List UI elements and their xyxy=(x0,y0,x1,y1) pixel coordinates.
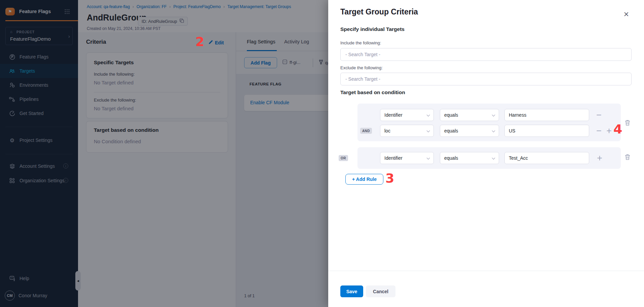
operator-select[interactable]: equals xyxy=(440,152,499,164)
condition-value-input[interactable] xyxy=(504,125,589,137)
specify-targets-heading: Specify individual Targets xyxy=(340,26,405,32)
add-condition-button[interactable]: + xyxy=(596,154,604,162)
drawer-footer-divider xyxy=(328,271,644,271)
save-button[interactable]: Save xyxy=(340,285,363,297)
drawer-title: Target Group Criteria xyxy=(340,7,418,16)
chevron-down-icon xyxy=(427,113,430,117)
annotation-step-2: 2 xyxy=(195,34,204,49)
cancel-button[interactable]: Cancel xyxy=(366,285,395,297)
condition-heading: Target based on condition xyxy=(340,89,405,95)
delete-rule-button[interactable] xyxy=(624,153,631,161)
condition-value-input[interactable] xyxy=(504,109,589,121)
chevron-down-icon xyxy=(427,156,430,160)
close-icon[interactable]: × xyxy=(623,11,629,18)
condition-row: Identifier equals + xyxy=(357,152,621,164)
exclude-target-search-input[interactable] xyxy=(340,73,632,85)
target-group-criteria-drawer: × Target Group Criteria Specify individu… xyxy=(328,0,644,307)
condition-row: Identifier equals − xyxy=(357,109,621,121)
attribute-select-value: loc xyxy=(384,128,390,133)
operator-select[interactable]: equals xyxy=(440,109,499,121)
include-target-search-input[interactable] xyxy=(340,48,632,61)
operator-select-value: equals xyxy=(444,112,458,118)
condition-value-input[interactable] xyxy=(504,152,589,164)
attribute-select[interactable]: Identifier xyxy=(380,109,434,121)
operator-select[interactable]: equals xyxy=(440,125,499,137)
app-window: ⚑ Feature Flags ⌂ PROJECT FeatureFlagDem… xyxy=(0,0,644,307)
condition-row: loc equals − + xyxy=(357,125,621,137)
attribute-select[interactable]: Identifier xyxy=(380,152,434,164)
chevron-down-icon xyxy=(492,156,495,160)
add-condition-button[interactable]: + xyxy=(605,127,613,135)
add-rule-button[interactable]: + Add Rule xyxy=(345,174,383,185)
operator-select-value: equals xyxy=(444,128,458,133)
remove-condition-button[interactable]: − xyxy=(595,127,603,135)
chevron-down-icon xyxy=(427,129,430,132)
attribute-select[interactable]: loc xyxy=(380,125,434,137)
condition-group-1: Identifier equals − AND loc equals xyxy=(357,104,621,141)
condition-group-2: Identifier equals + xyxy=(357,147,621,169)
attribute-select-value: Identifier xyxy=(384,155,403,161)
exclude-targets-label: Exclude the following: xyxy=(340,65,383,70)
attribute-select-value: Identifier xyxy=(384,112,403,118)
remove-condition-button[interactable]: − xyxy=(595,111,603,119)
delete-rule-button[interactable] xyxy=(624,119,631,127)
operator-select-value: equals xyxy=(444,155,458,161)
chevron-down-icon xyxy=(492,113,495,117)
annotation-step-3: 3 xyxy=(385,171,394,186)
annotation-step-4: 4 xyxy=(613,122,622,137)
or-operator-chip: OR xyxy=(339,155,348,161)
include-targets-label: Include the following: xyxy=(340,40,381,45)
chevron-down-icon xyxy=(492,129,495,132)
